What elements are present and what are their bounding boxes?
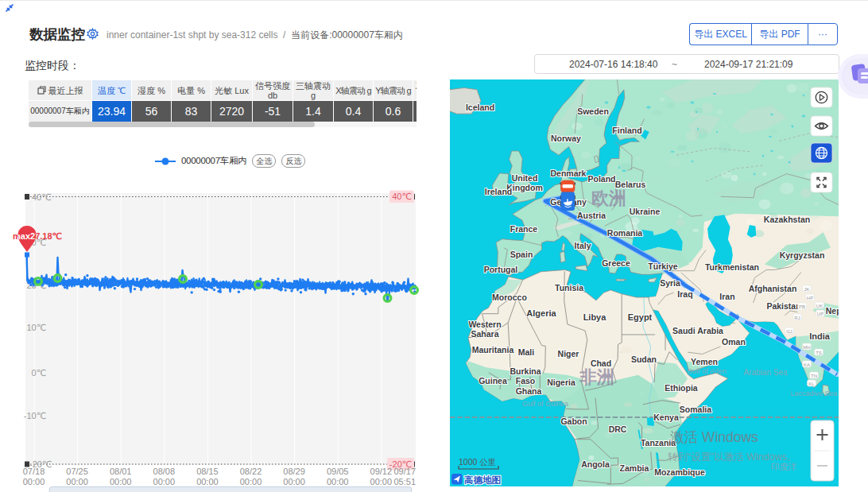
svg-text:Laccadive Sea: Laccadive Sea	[790, 389, 837, 397]
svg-text:Turkmenistan: Turkmenistan	[705, 262, 759, 272]
svg-text:05:51: 05:51	[393, 477, 416, 486]
svg-text:Angola: Angola	[581, 459, 610, 469]
svg-text:转到“设置”以激活 Windows。: 转到“设置”以激活 Windows。	[668, 451, 797, 463]
svg-text:00:00: 00:00	[110, 477, 132, 486]
svg-text:Poland: Poland	[587, 174, 615, 184]
svg-text:Kyrgyzstan: Kyrgyzstan	[780, 250, 825, 260]
svg-text:Oman: Oman	[722, 337, 746, 347]
svg-text:United: United	[512, 173, 538, 183]
svg-text:Norway: Norway	[551, 134, 581, 143]
svg-text:09/17: 09/17	[393, 467, 416, 476]
svg-text:Mali: Mali	[518, 347, 535, 357]
svg-text:KL: KL	[808, 382, 815, 386]
svg-text:UP: UP	[817, 312, 823, 316]
svg-text:Saudi Arabia: Saudi Arabia	[672, 326, 723, 335]
svg-text:Faso: Faso	[516, 376, 536, 385]
svg-text:GJ: GJ	[786, 329, 792, 334]
svg-text:Sudan: Sudan	[631, 354, 657, 364]
svg-text:India: India	[809, 331, 831, 341]
svg-text:非洲: 非洲	[579, 367, 614, 387]
svg-text:Afghanistan: Afghanistan	[749, 284, 797, 293]
svg-text:Tunisia: Tunisia	[555, 283, 583, 292]
svg-text:Somalia: Somalia	[680, 405, 711, 414]
svg-text:40℃: 40℃	[392, 192, 412, 201]
svg-text:08/08: 08/08	[153, 467, 176, 476]
svg-text:Denmark: Denmark	[551, 169, 587, 178]
svg-text:08/22: 08/22	[240, 467, 262, 476]
svg-text:08/29: 08/29	[283, 467, 305, 476]
svg-text:Austria: Austria	[577, 211, 606, 220]
svg-text:Western: Western	[468, 320, 501, 329]
svg-text:Gulf of Guinea: Gulf of Guinea	[522, 400, 568, 408]
svg-text:Zambia: Zambia	[620, 463, 649, 473]
svg-text:激活 Windows: 激活 Windows	[670, 429, 758, 445]
svg-text:1000 公里: 1000 公里	[459, 457, 496, 467]
svg-text:Greece: Greece	[602, 258, 630, 268]
svg-text:KA: KA	[804, 362, 810, 367]
svg-text:Türkiye: Türkiye	[648, 261, 678, 271]
svg-text:Yemen: Yemen	[691, 357, 718, 366]
svg-text:Portugal: Portugal	[484, 265, 518, 274]
svg-text:Niger: Niger	[558, 349, 579, 358]
svg-text:Italy: Italy	[574, 241, 591, 250]
svg-text:DRC: DRC	[609, 424, 627, 434]
svg-text:00:00: 00:00	[196, 477, 219, 486]
svg-text:Algeria: Algeria	[526, 308, 556, 318]
svg-text:Sweden: Sweden	[577, 107, 609, 116]
svg-text:Iran: Iran	[719, 292, 734, 301]
svg-text:09/05: 09/05	[327, 467, 349, 476]
svg-text:Kenya: Kenya	[653, 413, 679, 422]
svg-text:Libya: Libya	[583, 312, 607, 322]
svg-text:MH: MH	[803, 345, 810, 350]
svg-text:Ghana: Ghana	[516, 386, 542, 396]
svg-text:Gabon: Gabon	[560, 416, 587, 426]
svg-text:Arabian Sea: Arabian Sea	[743, 368, 787, 377]
svg-text:09/12: 09/12	[370, 467, 393, 476]
svg-text:Syria: Syria	[660, 278, 680, 288]
svg-text:00:00: 00:00	[153, 477, 176, 486]
svg-text:08/01: 08/01	[110, 467, 132, 476]
svg-text:UK: UK	[816, 304, 823, 308]
svg-text:00:00: 00:00	[327, 477, 349, 486]
svg-text:Sahara: Sahara	[471, 329, 498, 339]
svg-text:00:00: 00:00	[370, 477, 393, 486]
svg-text:08/15: 08/15	[196, 467, 219, 476]
svg-text:0℃: 0℃	[32, 368, 46, 378]
svg-text:Nepal: Nepal	[826, 306, 839, 316]
svg-text:Pakistan: Pakistan	[766, 301, 800, 311]
svg-text:00:00: 00:00	[240, 477, 262, 486]
svg-text:Romania: Romania	[607, 228, 643, 238]
svg-text:10℃: 10℃	[26, 323, 46, 332]
svg-text:Burkina: Burkina	[510, 366, 541, 376]
svg-text:Iraq: Iraq	[677, 289, 692, 299]
svg-text:印度洋: 印度洋	[771, 462, 797, 471]
svg-text:TN: TN	[811, 374, 817, 378]
svg-text:PB: PB	[799, 304, 805, 309]
svg-text:Mozambique: Mozambique	[654, 467, 705, 477]
svg-text:-10℃: -10℃	[24, 411, 46, 420]
svg-text:Finland: Finland	[612, 126, 641, 135]
svg-text:TS: TS	[816, 351, 822, 355]
svg-text:高德地图: 高德地图	[464, 475, 501, 485]
svg-text:Ethiopia: Ethiopia	[665, 383, 698, 393]
svg-text:Guinea: Guinea	[479, 376, 507, 385]
svg-text:Morocco: Morocco	[492, 292, 527, 302]
svg-text:40℃: 40℃	[32, 192, 52, 202]
svg-text:Ireland: Ireland	[485, 187, 512, 196]
svg-text:07/18: 07/18	[23, 467, 45, 476]
svg-text:00:00: 00:00	[23, 477, 45, 486]
svg-text:00:00: 00:00	[283, 477, 305, 486]
svg-text:Kazakhstan: Kazakhstan	[764, 215, 810, 224]
svg-text:Egypt: Egypt	[628, 312, 653, 322]
svg-text:RJ: RJ	[794, 316, 800, 320]
svg-text:Gulf of Aden: Gulf of Aden	[687, 367, 727, 375]
svg-text:HP: HP	[807, 296, 813, 300]
svg-text:JK: JK	[804, 287, 809, 292]
svg-text:France: France	[510, 224, 538, 234]
svg-text:Spain: Spain	[510, 250, 533, 259]
svg-text:Nigeria: Nigeria	[547, 378, 575, 387]
svg-text:Mauritania: Mauritania	[472, 345, 514, 354]
svg-text:Ukraine: Ukraine	[630, 207, 661, 216]
svg-text:Iceland: Iceland	[466, 103, 494, 112]
svg-text:00:00: 00:00	[66, 477, 88, 486]
